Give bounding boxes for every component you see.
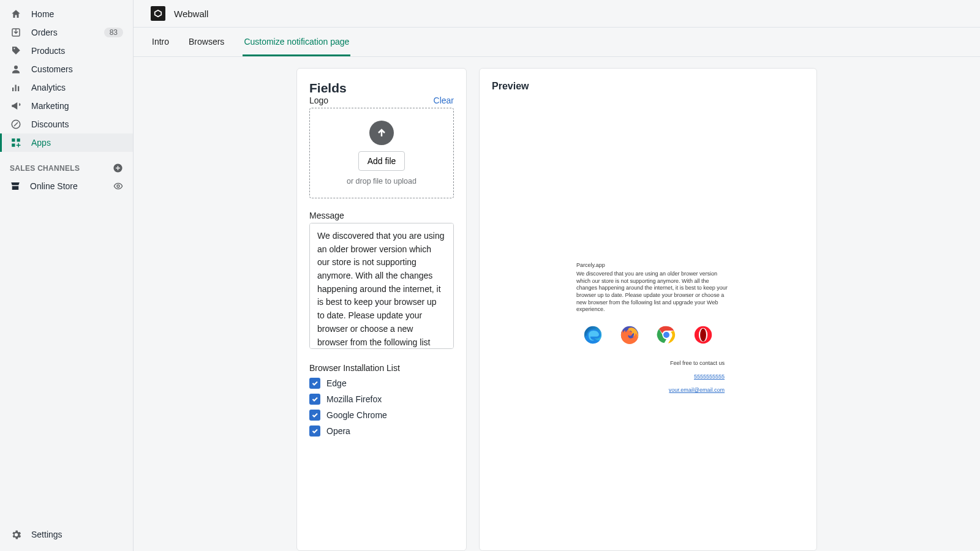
svg-point-10 — [117, 185, 119, 187]
sidebar-item-home[interactable]: Home — [0, 5, 133, 23]
checkbox-icon[interactable] — [309, 425, 320, 437]
sidebar-item-label: Discounts — [31, 119, 69, 129]
tab-browsers[interactable]: Browsers — [187, 28, 225, 56]
sidebar-item-online-store[interactable]: Online Store — [0, 177, 133, 195]
browser-label: Edge — [326, 378, 347, 388]
app-logo-icon — [151, 6, 165, 21]
tag-icon — [10, 45, 22, 57]
checkbox-icon[interactable] — [309, 410, 320, 421]
section-label: SALES CHANNELS — [10, 164, 80, 173]
checkbox-icon[interactable] — [309, 394, 320, 405]
person-icon — [10, 63, 22, 75]
megaphone-icon — [10, 100, 22, 112]
sidebar-item-settings[interactable]: Settings — [0, 525, 133, 544]
browser-label: Google Chrome — [326, 410, 387, 420]
view-store-icon[interactable] — [113, 181, 123, 191]
svg-point-16 — [663, 332, 669, 338]
preview-email-link[interactable]: your.email@email.com — [492, 387, 725, 393]
svg-point-19 — [700, 329, 706, 342]
apps-icon — [10, 137, 22, 149]
preview-contact-text: Feel free to contact us — [492, 360, 725, 366]
discount-icon — [10, 118, 22, 130]
firefox-icon — [619, 324, 640, 345]
sidebar-item-analytics[interactable]: Analytics — [0, 78, 133, 97]
preview-heading: Preview — [492, 81, 804, 92]
sidebar-item-label: Apps — [31, 138, 51, 148]
opera-icon — [693, 324, 714, 345]
sidebar-item-products[interactable]: Products — [0, 42, 133, 60]
checkbox-icon[interactable] — [309, 378, 320, 389]
inbox-icon — [10, 26, 22, 39]
sidebar-item-label: Products — [31, 46, 65, 56]
preview-phone-link[interactable]: 5555555555 — [492, 373, 725, 380]
logo-dropzone[interactable]: Add file or drop file to upload — [309, 108, 454, 198]
browser-row-edge[interactable]: Edge — [309, 378, 454, 389]
sidebar-item-label: Home — [31, 9, 54, 19]
store-icon — [10, 181, 21, 192]
fields-card: Fields Logo Clear Add file or drop file … — [296, 68, 467, 551]
sidebar-item-discounts[interactable]: Discounts — [0, 115, 133, 133]
svg-rect-7 — [17, 138, 20, 141]
browser-list-label: Browser Installation List — [309, 363, 454, 373]
sidebar-item-apps[interactable]: Apps — [0, 133, 133, 152]
svg-rect-3 — [15, 85, 17, 92]
orders-badge: 83 — [104, 28, 123, 37]
drop-hint: or drop file to upload — [347, 177, 417, 186]
sidebar-section-channels: SALES CHANNELS — [0, 152, 133, 177]
browser-row-opera[interactable]: Opera — [309, 425, 454, 437]
sidebar: Home Orders 83 Products Customers Analyt… — [0, 0, 134, 551]
upload-icon — [369, 121, 394, 145]
sidebar-item-label: Orders — [31, 28, 58, 37]
edge-icon — [582, 324, 603, 345]
sidebar-item-customers[interactable]: Customers — [0, 60, 133, 78]
add-channel-icon[interactable] — [113, 163, 123, 173]
svg-rect-2 — [12, 88, 13, 91]
preview-card: Preview Parcely.app We discovered that y… — [479, 68, 817, 551]
logo-label: Logo — [309, 96, 328, 105]
browser-label: Opera — [326, 426, 350, 436]
sidebar-item-label: Customers — [31, 64, 73, 74]
svg-rect-4 — [18, 86, 19, 91]
preview-browser-icons — [492, 324, 804, 345]
tab-customize[interactable]: Customize notification page — [243, 28, 350, 56]
browser-row-chrome[interactable]: Google Chrome — [309, 410, 454, 421]
message-label: Message — [309, 211, 454, 220]
add-file-button[interactable]: Add file — [358, 151, 405, 171]
svg-rect-8 — [12, 144, 15, 147]
app-title: Webwall — [174, 9, 208, 19]
preview-site-name: Parcely.app — [576, 262, 804, 268]
sidebar-item-label: Settings — [31, 530, 62, 539]
tabs: Intro Browsers Customize notification pa… — [134, 28, 980, 57]
browser-row-firefox[interactable]: Mozilla Firefox — [309, 394, 454, 405]
preview-message: We discovered that you are using an olde… — [576, 271, 729, 313]
app-header: Webwall — [134, 0, 980, 28]
fields-heading: Fields — [309, 81, 454, 96]
svg-marker-11 — [155, 10, 162, 17]
clear-logo-link[interactable]: Clear — [434, 96, 454, 105]
svg-point-1 — [14, 66, 18, 69]
svg-rect-6 — [12, 138, 15, 141]
sidebar-item-marketing[interactable]: Marketing — [0, 97, 133, 115]
sidebar-item-orders[interactable]: Orders 83 — [0, 23, 133, 42]
sidebar-item-label: Online Store — [30, 181, 78, 191]
message-textarea[interactable] — [309, 223, 454, 349]
browser-label: Mozilla Firefox — [326, 394, 382, 404]
sidebar-item-label: Analytics — [31, 83, 66, 92]
tab-intro[interactable]: Intro — [151, 28, 170, 56]
home-icon — [10, 8, 22, 20]
gear-icon — [10, 528, 22, 541]
chrome-icon — [656, 324, 677, 345]
sidebar-item-label: Marketing — [31, 101, 69, 111]
analytics-icon — [10, 81, 22, 94]
